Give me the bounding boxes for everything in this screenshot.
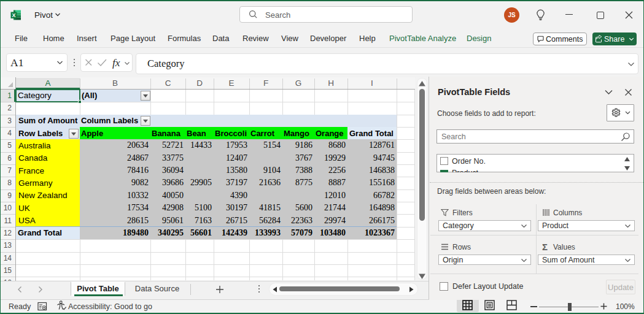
svg-text:X: X — [12, 12, 16, 18]
